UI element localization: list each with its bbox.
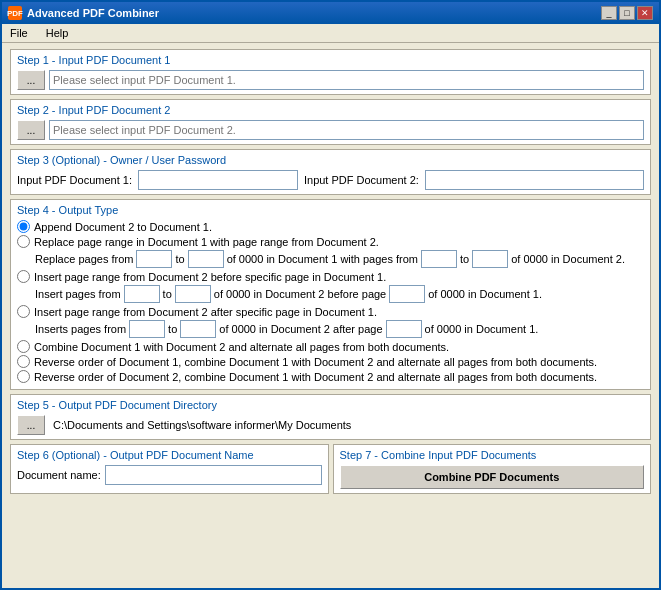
insert-after-to-input[interactable] [180, 320, 216, 338]
close-button[interactable]: ✕ [637, 6, 653, 20]
step4-option2-radio[interactable] [17, 235, 30, 248]
step4-option1-label: Append Document 2 to Document 1. [34, 221, 212, 233]
replace-to1-input[interactable] [188, 250, 224, 268]
step4-option6-radio[interactable] [17, 355, 30, 368]
menu-help[interactable]: Help [42, 26, 73, 40]
step4-option3-row: Insert page range from Document 2 before… [17, 270, 644, 283]
insert-after-page-input[interactable] [386, 320, 422, 338]
step3-row: Input PDF Document 1: Input PDF Document… [17, 170, 644, 190]
step2-browse-button[interactable]: ... [17, 120, 45, 140]
step2-header: Step 2 - Input PDF Document 2 [17, 104, 644, 116]
step4-option7-label: Reverse order of Document 2, combine Doc… [34, 371, 597, 383]
step1-browse-button[interactable]: ... [17, 70, 45, 90]
step3-section: Step 3 (Optional) - Owner / User Passwor… [10, 149, 651, 195]
insert-before-to: to [163, 288, 172, 300]
insert-after-to: to [168, 323, 177, 335]
step1-section: Step 1 - Input PDF Document 1 ... [10, 49, 651, 95]
replace-to2-input[interactable] [472, 250, 508, 268]
step4-option6-row: Reverse order of Document 1, combine Doc… [17, 355, 644, 368]
bottom-sections: Step 6 (Optional) - Output PDF Document … [10, 444, 651, 494]
step4-option6-label: Reverse order of Document 1, combine Doc… [34, 356, 597, 368]
title-bar-left: PDF Advanced PDF Combiner [8, 6, 159, 20]
step4-option3-sub: Insert pages from to of 0000 in Document… [35, 285, 644, 303]
step4-option5-label: Combine Document 1 with Document 2 and a… [34, 341, 449, 353]
insert-before-of0000-2: of 0000 in Document 1. [428, 288, 542, 300]
replace-text1: Replace pages from [35, 253, 133, 265]
step3-label1: Input PDF Document 1: [17, 174, 132, 186]
insert-after-text1: Inserts pages from [35, 323, 126, 335]
step2-row: ... [17, 120, 644, 140]
step5-browse-button[interactable]: ... [17, 415, 45, 435]
step7-section: Step 7 - Combine Input PDF Documents Com… [333, 444, 652, 494]
replace-from2-input[interactable] [421, 250, 457, 268]
window-title: Advanced PDF Combiner [27, 7, 159, 19]
step5-path: C:\Documents and Settings\software infor… [49, 419, 351, 431]
step6-input[interactable] [105, 465, 322, 485]
insert-before-of0000: of 0000 in Document 2 before page [214, 288, 386, 300]
insert-before-text1: Insert pages from [35, 288, 121, 300]
step4-option2-sub: Replace pages from to of 0000 in Documen… [35, 250, 644, 268]
step4-option4-row: Insert page range from Document 2 after … [17, 305, 644, 318]
title-bar: PDF Advanced PDF Combiner _ □ ✕ [2, 2, 659, 24]
insert-after-of0000-2: of 0000 in Document 1. [425, 323, 539, 335]
step4-option7-row: Reverse order of Document 2, combine Doc… [17, 370, 644, 383]
title-buttons: _ □ ✕ [601, 6, 653, 20]
step4-option2-label: Replace page range in Document 1 with pa… [34, 236, 379, 248]
menu-file[interactable]: File [6, 26, 32, 40]
insert-after-of0000: of 0000 in Document 2 after page [219, 323, 382, 335]
minimize-button[interactable]: _ [601, 6, 617, 20]
step4-option4-radio[interactable] [17, 305, 30, 318]
step4-option3-radio[interactable] [17, 270, 30, 283]
step2-input[interactable] [49, 120, 644, 140]
step4-option4-label: Insert page range from Document 2 after … [34, 306, 377, 318]
step1-input[interactable] [49, 70, 644, 90]
insert-before-page-input[interactable] [389, 285, 425, 303]
replace-of0000-2: of 0000 in Document 2. [511, 253, 625, 265]
step3-input1[interactable] [138, 170, 298, 190]
step6-header: Step 6 (Optional) - Output PDF Document … [17, 449, 322, 461]
step3-header: Step 3 (Optional) - Owner / User Passwor… [17, 154, 644, 166]
insert-before-from-input[interactable] [124, 285, 160, 303]
step5-section: Step 5 - Output PDF Document Directory .… [10, 394, 651, 440]
step4-option5-row: Combine Document 1 with Document 2 and a… [17, 340, 644, 353]
step4-option3-label: Insert page range from Document 2 before… [34, 271, 386, 283]
step5-row: ... C:\Documents and Settings\software i… [17, 415, 644, 435]
step4-option7-radio[interactable] [17, 370, 30, 383]
maximize-button[interactable]: □ [619, 6, 635, 20]
step4-section: Step 4 - Output Type Append Document 2 t… [10, 199, 651, 390]
step4-option5-radio[interactable] [17, 340, 30, 353]
step1-header: Step 1 - Input PDF Document 1 [17, 54, 644, 66]
step3-label2: Input PDF Document 2: [304, 174, 419, 186]
step2-section: Step 2 - Input PDF Document 2 ... [10, 99, 651, 145]
insert-after-from-input[interactable] [129, 320, 165, 338]
replace-from1-input[interactable] [136, 250, 172, 268]
step6-section: Step 6 (Optional) - Output PDF Document … [10, 444, 329, 494]
step4-header: Step 4 - Output Type [17, 204, 644, 216]
step6-label: Document name: [17, 469, 101, 481]
replace-to1: to [175, 253, 184, 265]
step4-option2-row: Replace page range in Document 1 with pa… [17, 235, 644, 248]
step4-option1-radio[interactable] [17, 220, 30, 233]
step1-row: ... [17, 70, 644, 90]
main-window: PDF Advanced PDF Combiner _ □ ✕ File Hel… [0, 0, 661, 590]
insert-before-to-input[interactable] [175, 285, 211, 303]
replace-to2: to [460, 253, 469, 265]
combine-button[interactable]: Combine PDF Documents [340, 465, 645, 489]
replace-of0000-1: of 0000 in Document 1 with pages from [227, 253, 418, 265]
step5-header: Step 5 - Output PDF Document Directory [17, 399, 644, 411]
step7-header: Step 7 - Combine Input PDF Documents [340, 449, 645, 461]
step6-row: Document name: [17, 465, 322, 485]
step4-option1-row: Append Document 2 to Document 1. [17, 220, 644, 233]
step4-option4-sub: Inserts pages from to of 0000 in Documen… [35, 320, 644, 338]
menu-bar: File Help [2, 24, 659, 43]
step3-input2[interactable] [425, 170, 644, 190]
content-area: Step 1 - Input PDF Document 1 ... Step 2… [2, 43, 659, 588]
app-icon: PDF [8, 6, 22, 20]
